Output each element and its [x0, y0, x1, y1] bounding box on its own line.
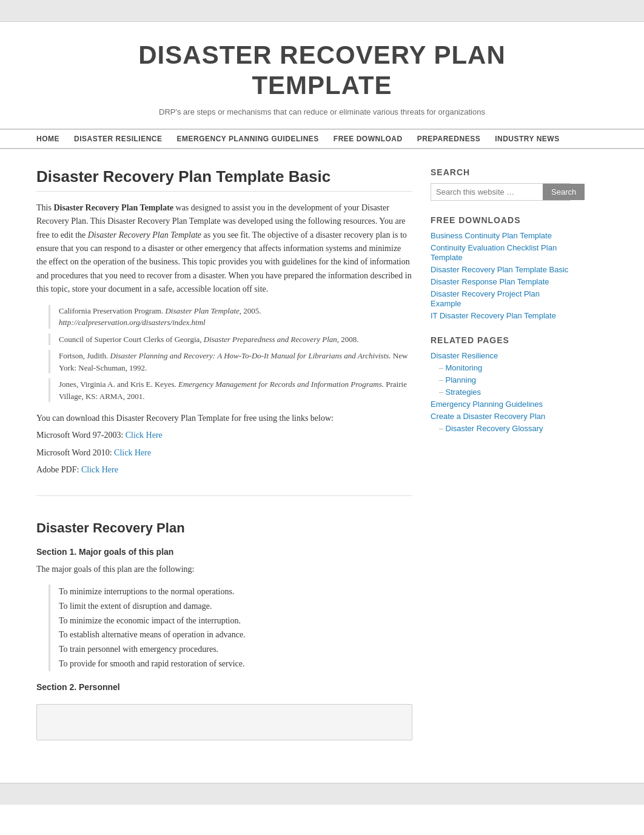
download-section: You can download this Disaster Recovery … [36, 412, 412, 477]
related-link-5[interactable]: Emergency Planning Guidelines [431, 400, 543, 409]
italic-template: Disaster Recovery Plan Template [88, 230, 201, 240]
download-pdf-link[interactable]: Click Here [81, 465, 118, 474]
free-downloads-widget: FREE DOWNLOADS Business Continuity Plan … [431, 215, 570, 321]
search-input[interactable] [431, 184, 543, 200]
ref-item-1: California Preservation Program. Disaste… [49, 305, 412, 329]
related-link-3[interactable]: Planning [446, 375, 477, 384]
download-word97-link[interactable]: Click Here [126, 431, 163, 440]
main-container: Disaster Recovery Plan Template Basic Th… [0, 149, 644, 759]
search-widget: SEARCH Search [431, 167, 570, 201]
free-downloads-list: Business Continuity Plan Template Contin… [431, 231, 570, 321]
download-word97-row: Microsoft Word 97-2003: Click Here [36, 429, 412, 442]
ref-item-2: Council of Superior Court Clerks of Geor… [49, 334, 412, 346]
search-button[interactable]: Search [543, 184, 585, 200]
download-pdf-row: Adobe PDF: Click Here [36, 463, 412, 477]
related-pages-list: Disaster Resilience Monitoring Planning … [431, 351, 570, 434]
list-item: Planning [431, 375, 570, 385]
list-item: Emergency Planning Guidelines [431, 400, 570, 409]
dl-link-1[interactable]: Business Continuity Plan Template [431, 231, 552, 240]
search-widget-title: SEARCH [431, 167, 570, 177]
download-word2010-link[interactable]: Click Here [114, 448, 151, 457]
list-item: Create a Disaster Recovery Plan [431, 412, 570, 421]
list-item: Disaster Recovery Plan Template Basic [431, 265, 570, 275]
list-item: Disaster Response Plan Template [431, 277, 570, 287]
main-content: Disaster Recovery Plan Template Basic Th… [36, 167, 412, 740]
section-divider [36, 495, 412, 496]
list-item: Monitoring [431, 363, 570, 373]
goal-item-1: To minimize interruptions to the normal … [49, 585, 412, 599]
goal-item-6: To provide for smooth and rapid restorat… [49, 657, 412, 671]
nav-preparedness[interactable]: PREPAREDNESS [417, 135, 480, 143]
ref-item-4: Jones, Virginia A. and Kris E. Keyes. Em… [49, 378, 412, 402]
section2-title: Section 2. Personnel [36, 682, 412, 692]
related-link-6[interactable]: Create a Disaster Recovery Plan [431, 412, 545, 421]
nav-industry-news[interactable]: INDUSTRY NEWS [495, 135, 560, 143]
dl-link-4[interactable]: Disaster Response Plan Template [431, 277, 549, 286]
dl-link-6[interactable]: IT Disaster Recovery Plan Template [431, 311, 556, 320]
bottom-bar [0, 783, 644, 805]
goal-item-2: To limit the extent of disruption and da… [49, 599, 412, 614]
dl-link-3[interactable]: Disaster Recovery Plan Template Basic [431, 265, 568, 274]
dl-link-2[interactable]: Continuity Evaluation Checklist Plan Tem… [431, 243, 557, 262]
nav-free-download[interactable]: FREE DOWNLOAD [334, 135, 403, 143]
related-link-4[interactable]: Strategies [446, 387, 481, 397]
sidebar: SEARCH Search FREE DOWNLOADS Business Co… [431, 167, 570, 740]
main-nav: HOME DISASTER RESILIENCE EMERGENCY PLANN… [0, 129, 644, 149]
intro-paragraph: This Disaster Recovery Plan Template was… [36, 201, 412, 297]
goal-item-3: To minimize the economic impact of the i… [49, 614, 412, 628]
section1-title: Section 1. Major goals of this plan [36, 547, 412, 557]
section-heading: Disaster Recovery Plan [36, 520, 412, 536]
section2-content-box [36, 704, 412, 740]
nav-emergency-planning[interactable]: EMERGENCY PLANNING GUIDELINES [177, 135, 319, 143]
list-item: Strategies [431, 387, 570, 397]
download-intro: You can download this Disaster Recovery … [36, 412, 412, 425]
related-link-1[interactable]: Disaster Resilience [431, 351, 498, 360]
list-item: Disaster Recovery Glossary [431, 424, 570, 434]
goals-list: To minimize interruptions to the normal … [49, 585, 412, 671]
top-bar [0, 0, 644, 22]
list-item: Disaster Resilience [431, 351, 570, 361]
goal-item-4: To establish alternative means of operat… [49, 628, 412, 642]
download-word2010-row: Microsoft Word 2010: Click Here [36, 446, 412, 460]
related-link-7[interactable]: Disaster Recovery Glossary [446, 424, 543, 433]
main-heading: Disaster Recovery Plan Template Basic [36, 167, 412, 192]
list-item: Continuity Evaluation Checklist Plan Tem… [431, 243, 570, 263]
site-title: DISASTER RECOVERY PLAN TEMPLATE [36, 40, 608, 101]
section1-intro: The major goals of this plan are the fol… [36, 563, 412, 576]
list-item: Disaster Recovery Project Plan Example [431, 289, 570, 309]
site-tagline: DRP's are steps or mechanisms that can r… [36, 107, 608, 116]
site-header: DISASTER RECOVERY PLAN TEMPLATE DRP's ar… [0, 22, 644, 129]
dl-link-5[interactable]: Disaster Recovery Project Plan Example [431, 289, 540, 308]
free-downloads-title: FREE DOWNLOADS [431, 215, 570, 225]
ref-item-3: Fortson, Judith. Disaster Planning and R… [49, 350, 412, 374]
list-item: Business Continuity Plan Template [431, 231, 570, 241]
reference-list: California Preservation Program. Disaste… [49, 305, 412, 403]
nav-home[interactable]: HOME [36, 135, 59, 143]
search-form: Search [431, 183, 570, 201]
bold-template: Disaster Recovery Plan Template [53, 203, 173, 212]
related-pages-widget: RELATED PAGES Disaster Resilience Monito… [431, 335, 570, 434]
related-pages-title: RELATED PAGES [431, 335, 570, 345]
list-item: IT Disaster Recovery Plan Template [431, 311, 570, 321]
nav-disaster-resilience[interactable]: DISASTER RESILIENCE [74, 135, 163, 143]
related-link-2[interactable]: Monitoring [446, 363, 483, 372]
goal-item-5: To train personnel with emergency proced… [49, 642, 412, 657]
